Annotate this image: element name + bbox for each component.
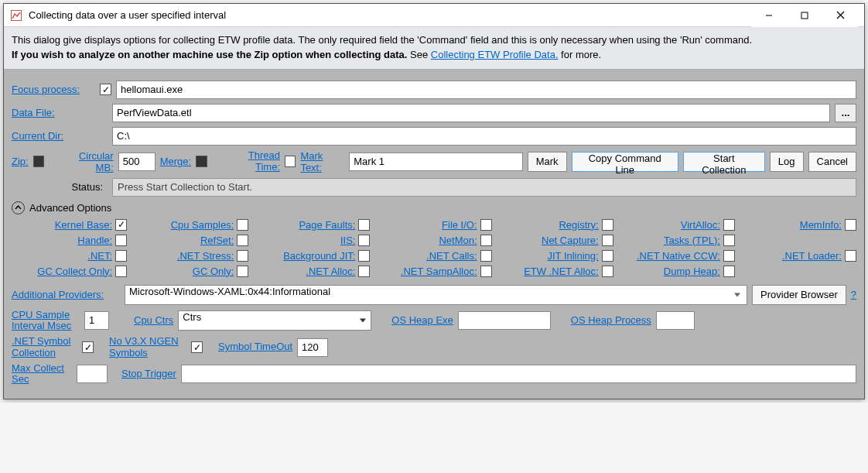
symbol-timeout-input[interactable] (297, 338, 328, 357)
copy-command-line-button[interactable]: Copy Command Line (572, 152, 678, 172)
browse-button[interactable]: ... (835, 104, 856, 122)
log-button[interactable]: Log (770, 152, 804, 172)
thread-time-checkbox[interactable] (285, 156, 296, 167)
focus-process-label[interactable]: Focus process: (12, 84, 95, 95)
zip-checkbox[interactable] (33, 156, 44, 167)
stop-trigger-input[interactable] (181, 365, 856, 383)
meminfo-label[interactable]: MemInfo: (800, 219, 842, 231)
additional-providers-combo[interactable]: Microsoft-Windows-XAML:0x44:Informationa… (125, 285, 747, 305)
cpu-samples-label[interactable]: Cpu Samples: (171, 219, 234, 231)
jit-inlining-label[interactable]: JIT Inlining: (547, 250, 598, 262)
circular-mb-label[interactable]: Circular MB: (61, 150, 114, 173)
jit-inlining-checkbox[interactable] (602, 250, 613, 262)
max-collect-sec-label[interactable]: Max Collect Sec (12, 363, 72, 386)
no-v3-ngen-label[interactable]: No V3.X NGEN Symbols (109, 336, 186, 358)
background-jit-checkbox[interactable] (358, 250, 370, 262)
collecting-etw-link[interactable]: Collecting ETW Profile Data. (431, 49, 559, 60)
handle-checkbox[interactable] (115, 235, 127, 246)
current-dir-input[interactable] (112, 127, 856, 146)
iis-label[interactable]: IIS: (340, 235, 356, 246)
merge-checkbox[interactable] (196, 156, 207, 167)
background-jit-label[interactable]: Background JIT: (283, 250, 355, 262)
net-symbol-collection-checkbox[interactable] (82, 341, 94, 353)
os-heap-exe-input[interactable] (458, 311, 551, 330)
advanced-options-header[interactable]: Advanced Options (12, 201, 856, 214)
max-collect-sec-input[interactable] (77, 365, 108, 383)
cpu-ctrs-label[interactable]: Cpu Ctrs (134, 315, 173, 326)
gc-collect-only-checkbox[interactable] (115, 266, 127, 277)
minimize-button[interactable] (751, 4, 787, 27)
thread-time-label[interactable]: Thread Time: (224, 150, 280, 173)
kernel-base-label[interactable]: Kernel Base: (55, 219, 112, 231)
os-heap-process-label[interactable]: OS Heap Process (571, 315, 651, 326)
net-label[interactable]: .NET: (87, 250, 112, 262)
net-alloc-checkbox[interactable] (358, 266, 370, 277)
net-capture-checkbox[interactable] (602, 235, 613, 246)
handle-label[interactable]: Handle: (77, 235, 112, 246)
provider-browser-button[interactable]: Provider Browser (752, 285, 846, 305)
netmon-label[interactable]: NetMon: (439, 235, 477, 246)
registry-checkbox[interactable] (602, 219, 613, 231)
gc-collect-only-label[interactable]: GC Collect Only: (37, 266, 112, 277)
current-dir-label[interactable]: Current Dir: (12, 130, 108, 142)
data-file-input[interactable] (112, 104, 830, 122)
maximize-button[interactable] (787, 4, 822, 27)
gc-only-label[interactable]: GC Only: (193, 266, 234, 277)
cancel-button[interactable]: Cancel (808, 152, 856, 172)
net-checkbox[interactable] (115, 250, 127, 262)
focus-process-checkbox[interactable] (100, 84, 111, 95)
refset-label[interactable]: RefSet: (200, 235, 234, 246)
net-capture-label[interactable]: Net Capture: (542, 235, 599, 246)
mark-text-label[interactable]: Mark Text: (300, 150, 344, 173)
net-native-ccw-checkbox[interactable] (723, 250, 735, 262)
mark-button[interactable]: Mark (528, 152, 567, 172)
stop-trigger-label[interactable]: Stop Trigger (121, 368, 176, 379)
net-stress-label[interactable]: .NET Stress: (177, 250, 234, 262)
symbol-timeout-label[interactable]: Symbol TimeOut (218, 341, 292, 352)
file-io-label[interactable]: File I/O: (442, 219, 477, 231)
focus-process-input[interactable] (116, 81, 856, 99)
provider-help-link[interactable]: ? (851, 289, 856, 300)
data-file-label[interactable]: Data File: (12, 107, 108, 118)
no-v3-ngen-checkbox[interactable] (191, 341, 203, 353)
registry-label[interactable]: Registry: (559, 219, 598, 231)
net-sampalloc-checkbox[interactable] (480, 266, 492, 277)
iis-checkbox[interactable] (358, 235, 370, 246)
refset-checkbox[interactable] (237, 235, 248, 246)
net-loader-checkbox[interactable] (845, 250, 856, 262)
net-calls-checkbox[interactable] (480, 250, 492, 262)
dump-heap-label[interactable]: Dump Heap: (664, 266, 720, 277)
file-io-checkbox[interactable] (480, 219, 492, 231)
merge-label[interactable]: Merge: (160, 156, 191, 167)
net-sampalloc-label[interactable]: .NET SampAlloc: (401, 266, 477, 277)
net-symbol-collection-label[interactable]: .NET Symbol Collection (12, 336, 77, 358)
cpu-sample-interval-input[interactable] (84, 311, 109, 330)
net-stress-checkbox[interactable] (237, 250, 248, 262)
meminfo-checkbox[interactable] (845, 219, 856, 231)
dump-heap-checkbox[interactable] (723, 266, 735, 277)
gc-only-checkbox[interactable] (237, 266, 248, 277)
zip-label[interactable]: Zip: (12, 156, 29, 167)
virtalloc-label[interactable]: VirtAlloc: (681, 219, 720, 231)
page-faults-checkbox[interactable] (358, 219, 370, 231)
os-heap-process-input[interactable] (656, 311, 695, 330)
page-faults-label[interactable]: Page Faults: (299, 219, 355, 231)
netmon-checkbox[interactable] (480, 235, 492, 246)
close-button[interactable] (822, 4, 858, 27)
additional-providers-label[interactable]: Additional Providers: (12, 289, 120, 300)
net-loader-label[interactable]: .NET Loader: (782, 250, 842, 262)
kernel-base-checkbox[interactable] (115, 219, 127, 231)
mark-text-input[interactable] (349, 153, 522, 171)
net-native-ccw-label[interactable]: .NET Native CCW: (637, 250, 720, 262)
net-calls-label[interactable]: .NET Calls: (426, 250, 477, 262)
virtalloc-checkbox[interactable] (723, 219, 735, 231)
os-heap-exe-label[interactable]: OS Heap Exe (391, 315, 453, 326)
net-alloc-label[interactable]: .NET Alloc: (306, 266, 355, 277)
etw-net-alloc-label[interactable]: ETW .NET Alloc: (524, 266, 599, 277)
etw-net-alloc-checkbox[interactable] (602, 266, 613, 277)
tasks-tpl-checkbox[interactable] (723, 235, 735, 246)
cpu-ctrs-dropdown[interactable]: Ctrs (178, 310, 371, 331)
cpu-samples-checkbox[interactable] (237, 219, 248, 231)
start-collection-button[interactable]: Start Collection (683, 152, 765, 172)
circular-mb-input[interactable] (118, 153, 155, 171)
